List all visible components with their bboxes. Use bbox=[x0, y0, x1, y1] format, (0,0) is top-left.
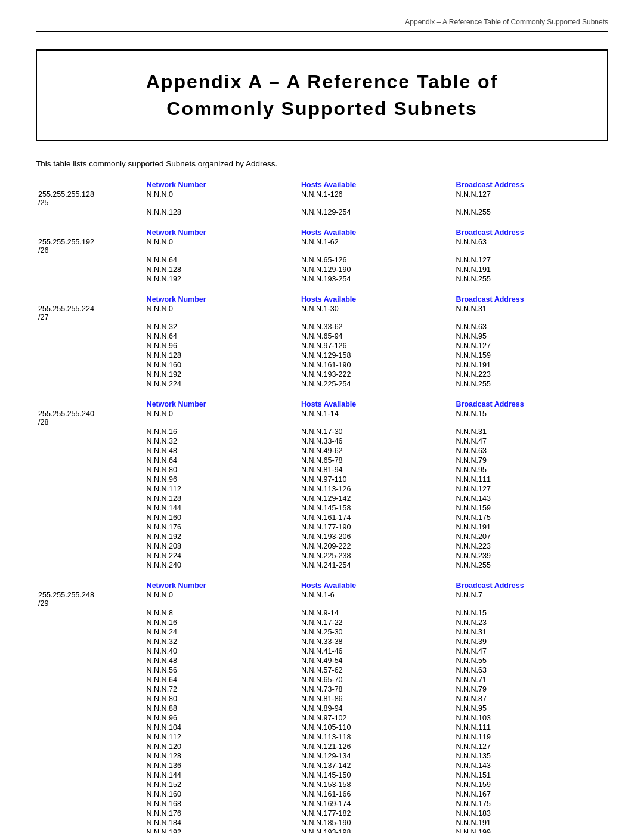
mask-cell-4-2 bbox=[36, 618, 144, 627]
table-row: N.N.N.96N.N.N.97-126N.N.N.127 bbox=[36, 341, 608, 351]
broadcast-cell: N.N.N.135 bbox=[454, 751, 608, 761]
mask-cell-4-7 bbox=[36, 665, 144, 675]
mask-cell-4-20 bbox=[36, 789, 144, 799]
broadcast-header-1: Broadcast Address bbox=[454, 228, 608, 237]
hosts-cell: N.N.N.129-158 bbox=[299, 351, 453, 360]
table-row: N.N.N.96N.N.N.97-102N.N.N.103 bbox=[36, 713, 608, 723]
table-row: N.N.N.128N.N.N.129-254N.N.N.255 bbox=[36, 208, 608, 217]
mask-cell-1-3 bbox=[36, 274, 144, 284]
table-row: N.N.N.192N.N.N.193-198N.N.N.199 bbox=[36, 828, 608, 833]
network-cell: N.N.N.0 bbox=[144, 190, 299, 208]
hosts-cell: N.N.N.121-126 bbox=[299, 742, 453, 751]
subnet-table-4: Network NumberHosts AvailableBroadcast A… bbox=[36, 581, 608, 833]
hosts-cell: N.N.N.41-46 bbox=[299, 646, 453, 656]
network-cell: N.N.N.192 bbox=[144, 828, 299, 833]
broadcast-cell: N.N.N.63 bbox=[454, 446, 608, 456]
mask-cell-4-3 bbox=[36, 627, 144, 637]
broadcast-cell: N.N.N.63 bbox=[454, 237, 608, 255]
network-cell: N.N.N.64 bbox=[144, 255, 299, 265]
table-row: N.N.N.144N.N.N.145-158N.N.N.159 bbox=[36, 503, 608, 513]
broadcast-cell: N.N.N.63 bbox=[454, 665, 608, 675]
hosts-cell: N.N.N.17-22 bbox=[299, 618, 453, 627]
broadcast-cell: N.N.N.47 bbox=[454, 436, 608, 446]
broadcast-cell: N.N.N.87 bbox=[454, 694, 608, 704]
mask-header-3 bbox=[36, 400, 144, 409]
network-cell: N.N.N.48 bbox=[144, 446, 299, 456]
hosts-cell: N.N.N.225-238 bbox=[299, 551, 453, 561]
hosts-cell: N.N.N.1-14 bbox=[299, 409, 453, 427]
hosts-cell: N.N.N.65-70 bbox=[299, 675, 453, 685]
mask-header-2 bbox=[36, 295, 144, 304]
hosts-cell: N.N.N.177-190 bbox=[299, 522, 453, 532]
mask-cell-3-14 bbox=[36, 551, 144, 561]
table-row: N.N.N.128N.N.N.129-134N.N.N.135 bbox=[36, 751, 608, 761]
network-cell: N.N.N.160 bbox=[144, 360, 299, 370]
hosts-cell: N.N.N.153-158 bbox=[299, 780, 453, 789]
mask-cell-2-6 bbox=[36, 370, 144, 379]
broadcast-cell: N.N.N.127 bbox=[454, 484, 608, 494]
broadcast-cell: N.N.N.183 bbox=[454, 809, 608, 818]
network-cell: N.N.N.120 bbox=[144, 742, 299, 751]
network-cell: N.N.N.144 bbox=[144, 770, 299, 780]
hosts-cell: N.N.N.113-118 bbox=[299, 732, 453, 742]
hosts-cell: N.N.N.193-206 bbox=[299, 532, 453, 541]
broadcast-cell: N.N.N.79 bbox=[454, 685, 608, 694]
broadcast-cell: N.N.N.255 bbox=[454, 379, 608, 389]
mask-cell-3-7 bbox=[36, 484, 144, 494]
hosts-cell: N.N.N.177-182 bbox=[299, 809, 453, 818]
network-cell: N.N.N.128 bbox=[144, 208, 299, 217]
broadcast-cell: N.N.N.223 bbox=[454, 541, 608, 551]
subnet-section-2: Network NumberHosts AvailableBroadcast A… bbox=[36, 295, 608, 389]
network-cell: N.N.N.80 bbox=[144, 694, 299, 704]
broadcast-cell: N.N.N.127 bbox=[454, 742, 608, 751]
hosts-cell: N.N.N.137-142 bbox=[299, 761, 453, 770]
broadcast-cell: N.N.N.175 bbox=[454, 513, 608, 522]
mask-cell-1-0: 255.255.255.192/26 bbox=[36, 237, 144, 255]
table-row: N.N.N.64N.N.N.65-78N.N.N.79 bbox=[36, 456, 608, 465]
broadcast-cell: N.N.N.127 bbox=[454, 190, 608, 208]
mask-cell-1-1 bbox=[36, 255, 144, 265]
mask-cell-3-5 bbox=[36, 465, 144, 475]
hosts-cell: N.N.N.241-254 bbox=[299, 561, 453, 570]
broadcast-header-0: Broadcast Address bbox=[454, 180, 608, 190]
table-row: N.N.N.32N.N.N.33-38N.N.N.39 bbox=[36, 637, 608, 646]
mask-cell-2-7 bbox=[36, 379, 144, 389]
mask-header-4 bbox=[36, 581, 144, 590]
network-cell: N.N.N.88 bbox=[144, 704, 299, 713]
network-cell: N.N.N.184 bbox=[144, 818, 299, 828]
hosts-cell: N.N.N.33-46 bbox=[299, 436, 453, 446]
mask-cell-2-1 bbox=[36, 322, 144, 332]
broadcast-header-4: Broadcast Address bbox=[454, 581, 608, 590]
network-header-4: Network Number bbox=[144, 581, 299, 590]
table-row: N.N.N.64N.N.N.65-94N.N.N.95 bbox=[36, 332, 608, 341]
broadcast-cell: N.N.N.95 bbox=[454, 332, 608, 341]
page-title: Appendix A – A Reference Table ofCommonl… bbox=[61, 69, 583, 122]
table-row: N.N.N.160N.N.N.161-174N.N.N.175 bbox=[36, 513, 608, 522]
broadcast-cell: N.N.N.159 bbox=[454, 351, 608, 360]
network-header-2: Network Number bbox=[144, 295, 299, 304]
mask-cell-4-6 bbox=[36, 656, 144, 665]
hosts-cell: N.N.N.129-134 bbox=[299, 751, 453, 761]
table-row: 255.255.255.240/28N.N.N.0N.N.N.1-14N.N.N… bbox=[36, 409, 608, 427]
table-row: N.N.N.48N.N.N.49-62N.N.N.63 bbox=[36, 446, 608, 456]
mask-cell-4-13 bbox=[36, 723, 144, 732]
network-cell: N.N.N.152 bbox=[144, 780, 299, 789]
mask-cell-3-13 bbox=[36, 541, 144, 551]
network-cell: N.N.N.64 bbox=[144, 456, 299, 465]
broadcast-cell: N.N.N.31 bbox=[454, 627, 608, 637]
hosts-cell: N.N.N.129-254 bbox=[299, 208, 453, 217]
hosts-cell: N.N.N.185-190 bbox=[299, 818, 453, 828]
subnet-table-1: Network NumberHosts AvailableBroadcast A… bbox=[36, 228, 608, 284]
subnet-table-3: Network NumberHosts AvailableBroadcast A… bbox=[36, 400, 608, 570]
hosts-cell: N.N.N.1-6 bbox=[299, 590, 453, 608]
network-cell: N.N.N.160 bbox=[144, 789, 299, 799]
hosts-cell: N.N.N.57-62 bbox=[299, 665, 453, 675]
network-header-1: Network Number bbox=[144, 228, 299, 237]
hosts-cell: N.N.N.97-102 bbox=[299, 713, 453, 723]
table-row: 255.255.255.128/25N.N.N.0N.N.N.1-126N.N.… bbox=[36, 190, 608, 208]
table-row: N.N.N.64N.N.N.65-70N.N.N.71 bbox=[36, 675, 608, 685]
mask-header-1 bbox=[36, 228, 144, 237]
mask-cell-4-11 bbox=[36, 704, 144, 713]
table-row: N.N.N.152N.N.N.153-158N.N.N.159 bbox=[36, 780, 608, 789]
network-cell: N.N.N.56 bbox=[144, 665, 299, 675]
